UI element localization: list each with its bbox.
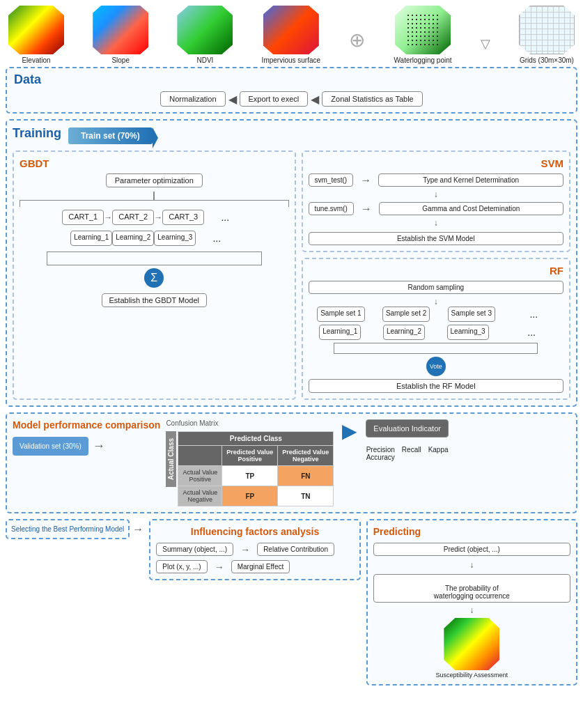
svm-down-arrow: ↓ — [309, 189, 564, 199]
map-grids: Grids (30m×30m) — [519, 6, 575, 64]
sample-2: Sample set 2 — [382, 307, 430, 322]
model-inner: Model performance comparison Validation … — [13, 419, 570, 506]
cart-1-box: CART_1 — [62, 210, 104, 225]
gbdt-panel: GBDT Parameter optimization CART_1 → CAR… — [13, 150, 296, 400]
pred-positive-header: Predicted Value Positive — [222, 446, 278, 466]
cart-connector-row — [20, 200, 289, 207]
sigma-circle: Σ — [144, 268, 164, 288]
inf-fn-2: Plot (x, y, ...) — [156, 560, 207, 573]
metric-precision: Precision Accuracy — [366, 446, 395, 461]
map-impervious: Impervious surface — [262, 6, 320, 64]
rf-panel: RF Random sampling ↓ Sample set 1 Sample… — [302, 258, 571, 400]
rf-down-1: ↓ — [309, 297, 564, 307]
arrow-between2: → — [154, 210, 162, 225]
influencing-title: Influencing factors analysis — [156, 526, 353, 537]
susceptibility-area: ↓ Susceptibility Assessment — [373, 605, 570, 679]
confusion-area: Confusion Matrix Actual Class Predicted … — [166, 419, 334, 506]
train-set-box: Train set (70%) — [68, 127, 153, 144]
normalization-box: Normalization — [160, 91, 225, 107]
svm-title: SVM — [309, 157, 564, 169]
vote-circle: Vote — [426, 357, 446, 376]
inf-result-1: Relative Contribution — [257, 543, 334, 556]
learn-1-box: Learning_1 — [70, 231, 112, 246]
rf-establish-box: Establish the RF Model — [309, 379, 564, 393]
validation-row: Validation set (30%) → — [13, 437, 160, 456]
tp-cell: TP — [222, 466, 278, 486]
branch-line — [20, 200, 289, 207]
large-right-arrow: ▶ — [342, 419, 357, 442]
grids-thumbnail — [519, 6, 575, 54]
slope-thumbnail — [93, 6, 148, 54]
zonal-box: Zonal Statistics as Table — [322, 91, 422, 107]
rf-learn-3: Learning_3 — [447, 325, 489, 340]
right-arrow-icon: → — [93, 439, 105, 454]
cart-dots-box: ... — [204, 210, 246, 225]
training-section: Training Train set (70%) GBDT Parameter … — [6, 119, 577, 407]
ndvi-label: NDVI — [196, 56, 213, 64]
rf-learn-2: Learning_2 — [383, 325, 425, 340]
map-elevation: Elevation — [8, 6, 64, 64]
predict-box-2: The probability of waterlogging occurren… — [373, 574, 570, 603]
inf-arrow-1: → — [238, 544, 253, 555]
arrow-between: → — [104, 210, 112, 225]
svm-row-1: svm_test() → Type and Kernel Determinati… — [309, 173, 564, 187]
rf-learn-1: Learning_1 — [319, 325, 361, 340]
actual-class-label: Actual Class — [166, 431, 176, 487]
rf-sample-boxes: Sample set 1 Sample set 2 Sample set 3 .… — [309, 307, 564, 322]
metric-recall: Recall — [402, 446, 421, 461]
impervious-thumbnail — [263, 6, 319, 54]
slope-label: Slope — [111, 56, 130, 64]
data-flow: Normalization ◀ Export to execl ◀ Zonal … — [14, 91, 569, 107]
kappa-label: Kappa — [428, 446, 449, 454]
inf-fn-1: Summary (object, ...) — [156, 543, 233, 556]
inf-row-1: Summary (object, ...) → Relative Contrib… — [156, 543, 353, 556]
svm-flow: svm_test() → Type and Kernel Determinati… — [309, 173, 564, 245]
validation-box: Validation set (30%) — [13, 437, 88, 456]
map-ndvi: NDVI — [177, 6, 233, 64]
gbdt-flow: Parameter optimization CART_1 → CART_2 →… — [20, 173, 289, 307]
inf-result-2: Marginal Effect — [231, 560, 290, 573]
svm-result-1: Type and Kernel Determination — [378, 173, 563, 187]
cart-3-box: CART_3 — [162, 210, 204, 225]
bottom-section: Selecting the Best Performing Model → In… — [6, 519, 577, 686]
svm-arrow-1: → — [357, 174, 374, 187]
eval-area: Evaluation Indicator Precision Accuracy … — [366, 419, 449, 461]
fn-cell: FN — [278, 466, 334, 486]
precision-label: Precision Accuracy — [366, 446, 395, 461]
influencing-panel: Influencing factors analysis Summary (ob… — [149, 519, 360, 580]
predicted-class-header: Predicted Class — [178, 432, 334, 446]
svm-fn-2: tune.svm() — [309, 202, 354, 215]
sample-1: Sample set 1 — [317, 307, 364, 322]
svm-establish-box: Establish the SVM Model — [309, 232, 564, 245]
export-box: Export to execl — [240, 91, 309, 107]
svm-fn-1: svm_test() — [309, 173, 354, 187]
svm-row-2: tune.svm() → Gamma and Cost Detemination — [309, 202, 564, 215]
susceptibility-arrow: ↓ — [469, 605, 474, 615]
pred-negative-header: Predicted Value Negative — [278, 446, 334, 466]
predicting-panel: Predicting Predict (object, ...) ↓ The p… — [366, 519, 577, 686]
susceptibility-label: Susceptibility Assessment — [436, 672, 508, 679]
actual-negative-label: Actual Value Negative — [178, 486, 222, 506]
selecting-label: Selecting the Best Performing Model — [11, 525, 124, 533]
cart-row: CART_1 → CART_2 → CART_3 ... — [62, 210, 246, 225]
page-wrapper: Elevation Slope NDVI Impervious surface … — [0, 0, 583, 691]
learn-2-box: Learning_2 — [112, 231, 154, 246]
sample-dots: ... — [513, 307, 554, 322]
eval-metrics: Precision Accuracy Recall Kappa — [366, 446, 449, 461]
cart-2-box: CART_2 — [112, 210, 154, 225]
left-arrow-icon: ◀ — [226, 93, 240, 106]
left-arrow2-icon: ◀ — [308, 93, 322, 106]
gbdt-establish-box: Establish the GBDT Model — [102, 293, 207, 307]
training-header: Training Train set (70%) — [13, 126, 570, 145]
map-waterlogging: Waterlogging point — [394, 6, 452, 64]
sample-3: Sample set 3 — [448, 307, 495, 322]
predict-flow: Predict (object, ...) ↓ The probability … — [373, 543, 570, 603]
predict-label-2: The probability of waterlogging occurren… — [434, 584, 510, 600]
training-title: Training — [13, 126, 61, 141]
waterlogging-thumbnail — [395, 6, 451, 54]
influencing-flow: Summary (object, ...) → Relative Contrib… — [156, 543, 353, 573]
waterlogging-label: Waterlogging point — [394, 56, 452, 64]
predict-down-arrow: ↓ — [373, 560, 570, 570]
tn-cell: TN — [278, 486, 334, 506]
model-left: Model performance comparison Validation … — [13, 419, 160, 456]
